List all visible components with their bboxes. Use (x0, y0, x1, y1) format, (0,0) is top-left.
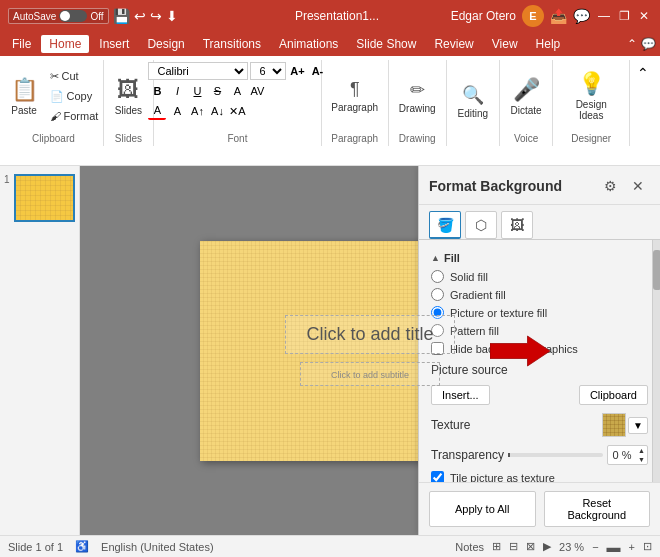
menu-file[interactable]: File (4, 35, 39, 53)
clipboard-button[interactable]: Clipboard (579, 385, 648, 405)
solid-fill-radio[interactable] (431, 270, 444, 283)
accessibility-icon[interactable]: ♿ (75, 540, 89, 553)
bold-button[interactable]: B (148, 82, 166, 100)
panel-tab-shape[interactable]: ⬡ (465, 211, 497, 239)
comments-icon[interactable]: 💬 (573, 8, 590, 24)
font-size-select[interactable]: 60 (250, 62, 286, 80)
underline-button[interactable]: U (188, 82, 206, 100)
menu-slideshow[interactable]: Slide Show (348, 35, 424, 53)
zoom-in-icon[interactable]: + (629, 541, 635, 553)
menu-home[interactable]: Home (41, 35, 89, 53)
spin-up[interactable]: ▲ (636, 446, 647, 455)
menu-design[interactable]: Design (139, 35, 192, 53)
font-size-up2-button[interactable]: A↑ (188, 102, 206, 120)
drawing-button[interactable]: ✏ Drawing (393, 68, 442, 124)
scrollbar-thumb[interactable] (653, 250, 660, 290)
save-icon[interactable]: 💾 (113, 8, 130, 24)
copy-button[interactable]: 📄Copy (46, 87, 103, 105)
transparency-spinbox[interactable]: 0 % ▲ ▼ (607, 445, 648, 465)
menu-bar: File Home Insert Design Transitions Anim… (0, 32, 660, 56)
texture-row: Texture ▼ (431, 413, 648, 437)
transparency-slider[interactable] (508, 453, 603, 457)
menu-view[interactable]: View (484, 35, 526, 53)
insert-button[interactable]: Insert... (431, 385, 490, 405)
spin-down[interactable]: ▼ (636, 455, 647, 464)
gradient-fill-option[interactable]: Gradient fill (431, 288, 648, 301)
italic-button[interactable]: I (168, 82, 186, 100)
editing-button[interactable]: 🔍 Editing (452, 74, 495, 130)
menu-insert[interactable]: Insert (91, 35, 137, 53)
menu-help[interactable]: Help (528, 35, 569, 53)
clipboard-small-buttons: ✂Cut 📄Copy 🖌Format (46, 67, 103, 125)
panel-settings-button[interactable]: ⚙ (598, 174, 622, 198)
increase-font-button[interactable]: A+ (288, 62, 306, 80)
font-size-down2-button[interactable]: A↓ (208, 102, 226, 120)
user-avatar: E (522, 5, 544, 27)
menu-transitions[interactable]: Transitions (195, 35, 269, 53)
shadow-button[interactable]: A (228, 82, 246, 100)
slide-title-box[interactable]: Click to add title (285, 315, 454, 354)
slides-label: Slides (115, 105, 142, 116)
slide-subtitle-box[interactable]: Click to add subtitle (300, 362, 440, 386)
tile-checkbox[interactable] (431, 471, 444, 482)
slides-button[interactable]: 🖼 Slides (109, 68, 148, 124)
reset-background-button[interactable]: Reset Background (544, 491, 651, 527)
format-painter-button[interactable]: 🖌Format (46, 107, 103, 125)
clear-format-button[interactable]: ✕A (228, 102, 246, 120)
strikethrough-button[interactable]: S (208, 82, 226, 100)
zoom-slider[interactable]: ▬ (607, 539, 621, 555)
notes-button[interactable]: Notes (455, 541, 484, 553)
panel-tab-fill[interactable]: 🪣 (429, 211, 461, 239)
cut-button[interactable]: ✂Cut (46, 67, 103, 85)
voice-group-label: Voice (514, 130, 538, 144)
picture-fill-option[interactable]: Picture or texture fill (431, 306, 648, 319)
redo-icon[interactable]: ↪ (150, 8, 162, 24)
texture-preview[interactable] (602, 413, 626, 437)
menu-animations[interactable]: Animations (271, 35, 346, 53)
texture-picker[interactable]: ▼ (602, 413, 648, 437)
tile-option[interactable]: Tile picture as texture (431, 471, 648, 482)
restore-button[interactable]: ❐ (616, 8, 632, 24)
font-row-top: Calibri 60 A+ A- (148, 62, 326, 80)
autosave-badge[interactable]: AutoSave Off (8, 8, 109, 24)
panel-close-button[interactable]: ✕ (626, 174, 650, 198)
menu-review[interactable]: Review (426, 35, 481, 53)
view-grid-icon[interactable]: ⊟ (509, 540, 518, 553)
ribbon-collapse-icon[interactable]: ⌃ (627, 37, 637, 51)
view-slideshow-icon[interactable]: ▶ (543, 540, 551, 553)
font-name-select[interactable]: Calibri (148, 62, 248, 80)
paste-button[interactable]: 📋 Paste (5, 68, 44, 124)
undo-icon[interactable]: ↩ (134, 8, 146, 24)
gradient-fill-radio[interactable] (431, 288, 444, 301)
close-button[interactable]: ✕ (636, 8, 652, 24)
copy-icon: 📄 (50, 90, 64, 103)
panel-scrollbar[interactable] (652, 240, 660, 482)
main-area: Click to add title Click to add subtitle… (80, 166, 660, 535)
view-normal-icon[interactable]: ⊞ (492, 540, 501, 553)
ribbon-options: ⌃ (630, 60, 656, 146)
slide-thumbnail[interactable] (14, 174, 75, 222)
slide-info: Slide 1 of 1 (8, 541, 63, 553)
ribbon-options-button[interactable]: ⌃ (634, 64, 652, 82)
slides-icon: 🖼 (117, 77, 139, 103)
minimize-button[interactable]: — (596, 8, 612, 24)
view-reading-icon[interactable]: ⊠ (526, 540, 535, 553)
more-icon[interactable]: ⬇ (166, 8, 178, 24)
font-color-button[interactable]: A (148, 102, 166, 120)
paragraph-button[interactable]: ¶ Paragraph (325, 68, 384, 124)
picture-source-buttons: Insert... Clipboard (431, 385, 648, 405)
highlight-button[interactable]: A (168, 102, 186, 120)
solid-fill-option[interactable]: Solid fill (431, 270, 648, 283)
panel-tab-image[interactable]: 🖼 (501, 211, 533, 239)
font-row-bottom: B I U S A AV (148, 82, 326, 100)
align-chars-button[interactable]: AV (248, 82, 266, 100)
share-icon[interactable]: 📤 (550, 8, 567, 24)
dictate-button[interactable]: 🎤 Dictate (505, 68, 548, 124)
zoom-out-icon[interactable]: − (592, 541, 598, 553)
comments-menu-icon[interactable]: 💬 (641, 37, 656, 51)
design-ideas-button[interactable]: 💡 Design Ideas (561, 68, 621, 124)
autosave-toggle[interactable] (59, 10, 87, 22)
texture-dropdown-button[interactable]: ▼ (628, 417, 648, 434)
fit-page-icon[interactable]: ⊡ (643, 540, 652, 553)
apply-all-button[interactable]: Apply to All (429, 491, 536, 527)
